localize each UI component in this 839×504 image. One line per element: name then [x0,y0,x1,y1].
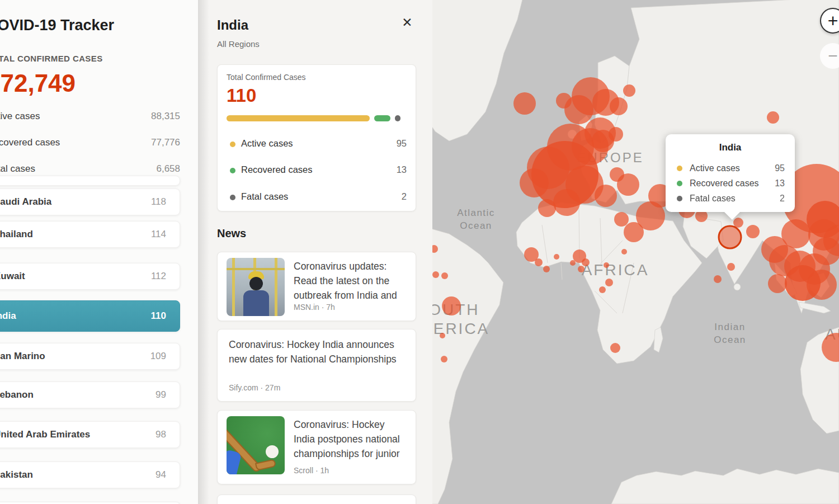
tooltip-stat-row: Fatal cases2 [675,192,786,207]
stat-dot-icon [230,142,235,147]
country-cases: 114 [151,229,166,240]
map-label-indian: Indian [714,322,745,332]
case-bubble[interactable] [582,258,590,266]
case-bubble[interactable] [807,270,837,300]
total-confirmed-label: TOTAL CONFIRMED CASES [0,54,103,63]
detail-stat-row: Fatal cases2 [227,191,408,204]
case-bubble[interactable] [617,173,639,196]
news-card[interactable]: Coronavirus: Hockey India announces new … [217,329,416,402]
case-bubble[interactable] [535,258,543,266]
bar-segment-active [227,115,370,121]
case-bubble[interactable] [621,249,627,255]
news-title: Coronavirus: Hockey India announces new … [229,337,408,366]
global-stat-label: Recovered cases [0,137,60,148]
case-bubble[interactable] [442,296,461,315]
world-map[interactable]: AtlanticOceanEUROPEAFRICASOUTHAMERICAInd… [432,0,839,504]
country-row-lebanon[interactable]: Lebanon99 [0,381,180,408]
country-cases: 94 [155,469,166,481]
card-label: Total Confirmed Cases [227,73,306,82]
case-bubble[interactable] [599,286,606,293]
hockey-ball [266,445,279,458]
case-bubble[interactable] [609,127,623,142]
stat-dot-icon [230,195,235,200]
covid-tracker-app: COVID-19 Tracker TOTAL CONFIRMED CASES 1… [0,0,839,504]
map-tooltip: India Active cases95Recovered cases13Fat… [666,134,795,212]
country-row-pakistan[interactable]: Pakistan94 [0,461,180,488]
global-stat-row: Recovered cases77,776 [0,137,180,149]
case-bubble[interactable] [578,266,585,272]
stat-dot-icon [230,168,235,173]
news-card[interactable]: Coronavirus in India: How to... [217,494,416,504]
card-total: 110 [227,85,256,106]
news-thumbnail-hockey-photo [227,416,285,474]
case-bubble[interactable] [440,333,445,338]
country-cases: 110 [151,310,166,322]
case-bubble[interactable] [543,266,550,272]
country-cases: 99 [155,389,166,401]
tooltip-stat-row: Recovered cases13 [675,177,786,192]
page-title: COVID-19 Tracker [0,17,114,34]
case-bubble[interactable] [538,199,556,217]
case-bubble[interactable] [768,274,787,293]
case-bubble[interactable] [714,275,722,283]
case-bubble[interactable] [553,189,580,216]
detail-stat-row: Recovered cases13 [227,164,408,177]
stat-label: Active cases [241,138,293,149]
total-confirmed-value: 172,749 [0,69,76,97]
country-row-san-marino[interactable]: San Marino109 [0,343,180,370]
global-stat-value: 6,658 [156,163,180,175]
bar-segment-fatal [395,115,400,121]
case-bubble[interactable] [610,97,628,115]
case-bubble[interactable] [513,92,536,115]
case-bubble[interactable] [746,225,760,238]
country-row-saudi-arabia[interactable]: Saudi Arabia118 [0,189,180,215]
partially-scrolled-card-top[interactable] [0,176,180,186]
land-madagascar [654,327,663,352]
case-bubble[interactable] [595,185,617,207]
news-card[interactable]: Coronavirus: Hockey India postpones nati… [217,410,416,484]
map-label-africa: AFRICA [582,261,649,279]
country-row-kuwait[interactable]: Kuwait112 [0,263,180,290]
map-label-ocean: Ocean [460,220,492,231]
case-bubble[interactable] [767,111,779,124]
country-list-panel: COVID-19 Tracker TOTAL CONFIRMED CASES 1… [0,0,198,504]
case-bubble[interactable] [432,271,439,278]
country-name: United Arab Emirates [0,429,90,440]
case-bubble[interactable] [727,263,735,271]
map-canvas[interactable]: AtlanticOceanEUROPEAFRICASOUTHAMERICAInd… [432,0,839,504]
country-cases: 118 [151,196,166,208]
passenger-head [249,277,263,290]
stat-value: 2 [402,191,407,202]
case-bubble[interactable] [605,279,613,286]
land-greenland [432,0,523,141]
close-icon[interactable]: ✕ [398,13,416,31]
partially-scrolled-card-bottom[interactable] [0,502,180,504]
country-row-thailand[interactable]: Thailand114 [0,221,180,248]
case-bubble[interactable] [610,343,620,353]
country-row-united-arab-emirates[interactable]: United Arab Emirates98 [0,421,180,448]
news-source: Scroll · 1h [294,466,329,475]
detail-title: India [217,17,248,33]
case-bubble[interactable] [441,272,448,279]
news-card[interactable]: Coronavirus updates: Read the latest on … [217,252,416,321]
country-row-india[interactable]: India110 [0,300,180,332]
case-bubble[interactable] [570,260,576,266]
country-name: India [0,310,16,322]
case-bubble[interactable] [614,212,629,227]
case-bubble[interactable] [623,84,635,97]
news-heading: News [217,227,246,240]
country-cases: 98 [155,429,166,440]
case-bubble[interactable] [554,254,559,260]
case-bubble-india-selected[interactable] [719,226,741,248]
country-cases: 109 [150,351,166,362]
bus-rail [227,268,285,270]
tooltip-stat-label: Fatal cases [690,194,736,204]
case-bubble[interactable] [604,262,609,268]
news-source: Sify.com · 27m [229,383,280,392]
plus-icon: + [828,11,838,31]
global-stat-label: Fatal cases [0,163,35,175]
bus-pole [275,258,277,316]
case-bubble[interactable] [441,356,447,362]
land-sri-lanka [734,284,741,290]
global-stat-value: 77,776 [151,137,180,148]
